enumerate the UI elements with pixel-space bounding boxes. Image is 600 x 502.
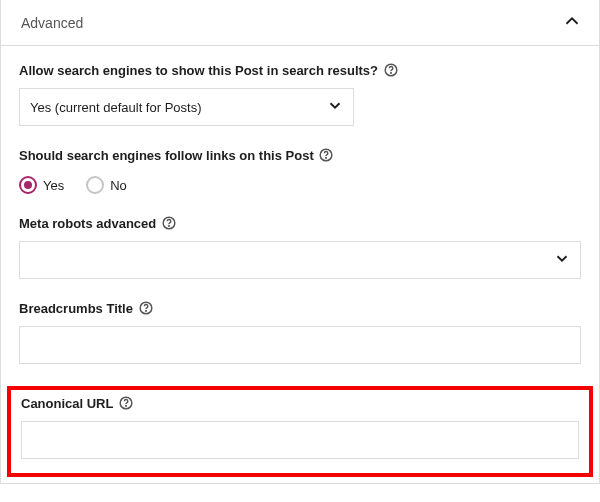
breadcrumbs-label: Breadcrumbs Title: [19, 301, 581, 318]
meta-robots-label: Meta robots advanced: [19, 216, 581, 233]
panel-header[interactable]: Advanced: [1, 0, 599, 46]
meta-robots-select[interactable]: [19, 241, 581, 279]
chevron-up-icon: [561, 10, 583, 35]
help-icon[interactable]: [139, 301, 153, 318]
help-icon[interactable]: [319, 148, 333, 165]
follow-links-no[interactable]: No: [86, 176, 127, 194]
help-icon[interactable]: [162, 216, 176, 233]
follow-links-label: Should search engines follow links on th…: [19, 148, 581, 165]
follow-links-field: Should search engines follow links on th…: [19, 148, 581, 194]
panel-title: Advanced: [21, 15, 83, 31]
canonical-field: Canonical URL: [21, 396, 579, 459]
advanced-panel: Advanced Allow search engines to show th…: [0, 0, 600, 484]
panel-body: Allow search engines to show this Post i…: [1, 46, 599, 483]
svg-point-1: [390, 73, 391, 74]
help-icon[interactable]: [119, 396, 133, 413]
radio-unchecked-icon: [86, 176, 104, 194]
svg-point-5: [169, 226, 170, 227]
breadcrumbs-input[interactable]: [19, 326, 581, 364]
help-icon[interactable]: [384, 63, 398, 80]
breadcrumbs-field: Breadcrumbs Title: [19, 301, 581, 364]
meta-robots-select-wrapper: [19, 241, 581, 279]
svg-point-7: [145, 311, 146, 312]
allow-search-field: Allow search engines to show this Post i…: [19, 63, 581, 126]
meta-robots-field: Meta robots advanced: [19, 216, 581, 279]
follow-links-yes[interactable]: Yes: [19, 176, 64, 194]
canonical-input[interactable]: [21, 421, 579, 459]
canonical-label: Canonical URL: [21, 396, 579, 413]
canonical-highlight: Canonical URL: [7, 386, 593, 477]
svg-point-9: [125, 406, 126, 407]
allow-search-label: Allow search engines to show this Post i…: [19, 63, 581, 80]
radio-checked-icon: [19, 176, 37, 194]
allow-search-select[interactable]: Yes (current default for Posts): [19, 88, 354, 126]
allow-search-select-wrapper: Yes (current default for Posts): [19, 88, 354, 126]
follow-links-radio-group: Yes No: [19, 173, 581, 194]
svg-point-3: [326, 158, 327, 159]
